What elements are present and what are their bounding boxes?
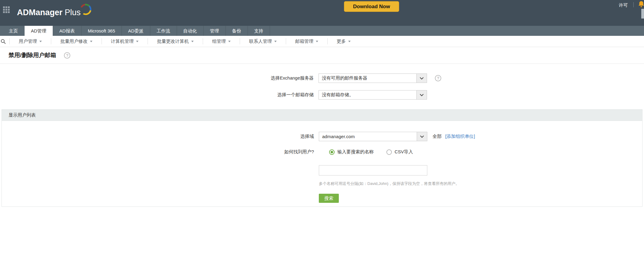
tab-support[interactable]: 支持 (248, 26, 270, 36)
tab-ad-management[interactable]: AD管理 (25, 26, 53, 36)
download-now-button[interactable]: Download Now (344, 1, 399, 12)
menu-label: 计算机管理 (111, 39, 134, 44)
menu-bulk-user-modification[interactable]: 批量用户修改 (51, 38, 102, 44)
domain-value: admanager.com (319, 134, 355, 139)
tab-ad-delegation[interactable]: AD委派 (122, 26, 150, 36)
menu-label: 用户管理 (19, 39, 37, 44)
exchange-server-value: 没有可用的邮件服务器 (319, 75, 367, 81)
chevron-down-icon[interactable] (417, 132, 427, 141)
page-title: 禁用/删除用户邮箱 (8, 51, 56, 59)
title-divider (0, 63, 644, 64)
menu-contact-management[interactable]: 联系人管理 (240, 38, 286, 44)
tab-ad-reports[interactable]: AD报表 (53, 26, 82, 36)
menu-group-management[interactable]: 组管理 (203, 38, 240, 44)
scrollbar-thumb[interactable] (641, 9, 644, 19)
radio-enter-names-label[interactable]: 输入要搜索的名称 (337, 149, 374, 155)
chevron-down-icon (316, 41, 318, 42)
domain-row: 选择域 admanager.com 全部 [添加组织单位] (2, 132, 642, 141)
menu-mailbox-management[interactable]: 邮箱管理 (286, 38, 328, 44)
chevron-down-icon (39, 41, 42, 42)
menu-user-management[interactable]: 用户管理 (10, 38, 51, 44)
chevron-down-icon (90, 41, 92, 42)
menu-label: 批量用户修改 (60, 39, 88, 44)
find-users-label: 如何找到用户? (2, 149, 314, 155)
main-tabbar: 主页 AD管理 AD报表 Microsoft 365 AD委派 工作流 自动化 … (0, 26, 644, 36)
search-icon[interactable] (0, 38, 10, 44)
radio-csv-import-label[interactable]: CSV导入 (395, 149, 413, 155)
domain-label: 选择域 (2, 134, 314, 139)
radio-enter-names[interactable] (329, 149, 335, 155)
search-input-row (319, 165, 642, 176)
domain-all-label: 全部 (432, 134, 442, 139)
menu-label: 批量更改计算机 (157, 39, 189, 44)
search-button-row: 搜索 (319, 194, 642, 206)
menu-label: 组管理 (212, 39, 226, 44)
mailbox-store-row: 选择一个邮箱存储 没有邮箱存储。 (0, 90, 644, 100)
search-button[interactable]: 搜索 (319, 194, 339, 203)
chevron-down-icon (228, 41, 231, 42)
apps-grid-icon[interactable] (3, 6, 10, 13)
app-logo-light (62, 8, 65, 17)
tab-home[interactable]: 主页 (2, 26, 25, 36)
mailbox-store-label: 选择一个邮箱存储 (0, 92, 314, 98)
exchange-server-label: 选择Exchange服务器 (0, 75, 314, 81)
tab-automation[interactable]: 自动化 (177, 26, 204, 36)
menu-label: 邮箱管理 (295, 39, 313, 44)
add-ou-link[interactable]: [添加组织单位] (445, 134, 475, 139)
tab-backup[interactable]: 备份 (226, 26, 248, 36)
ad-mgmt-submenu: 用户管理 批量用户修改 计算机管理 批量更改计算机 组管理 联系人管理 邮箱管理… (0, 36, 644, 47)
app-header: ADManager Plus Download Now 许可 (0, 0, 644, 26)
menu-label: 更多 (337, 39, 346, 44)
exchange-help-icon[interactable]: ? (435, 75, 441, 81)
license-link[interactable]: 许可 (619, 2, 628, 8)
logo-swoosh-icon (79, 2, 93, 16)
menu-label: 联系人管理 (249, 39, 272, 44)
mailbox-store-value: 没有邮箱存储。 (319, 92, 354, 98)
chevron-down-icon (348, 41, 351, 42)
tab-admin[interactable]: 管理 (204, 26, 226, 36)
find-users-radio-group: 输入要搜索的名称 CSV导入 (329, 149, 413, 155)
domain-select[interactable]: admanager.com (319, 132, 427, 141)
menu-more[interactable]: 更多 (328, 38, 360, 44)
app-logo-plus: Plus (65, 8, 81, 17)
helper-text: 多个名称可用逗号分隔(如：David,John)，保持该字段为空，将查看所有的用… (319, 181, 642, 186)
chevron-down-icon (274, 41, 277, 42)
page-help-icon[interactable]: ? (64, 52, 70, 59)
mailbox-store-select[interactable]: 没有邮箱存储。 (319, 90, 427, 100)
chevron-down-icon (191, 41, 194, 42)
app-logo: ADManager Plus (17, 8, 81, 17)
menu-computer-management[interactable]: 计算机管理 (102, 38, 148, 44)
header-divider (633, 2, 634, 7)
notification-bell-icon[interactable] (637, 0, 644, 8)
chevron-down-icon (136, 41, 138, 42)
menu-bulk-computer-modification[interactable]: 批量更改计算机 (148, 38, 203, 44)
section-header: 显示用户列表 (2, 110, 642, 121)
tab-workflow[interactable]: 工作流 (150, 26, 177, 36)
display-user-list-section: 显示用户列表 选择域 admanager.com 全部 [添加组织单位] 如何找… (2, 109, 642, 207)
names-search-input[interactable] (319, 165, 427, 176)
find-users-row: 如何找到用户? 输入要搜索的名称 CSV导入 (2, 149, 642, 155)
app-logo-bold: ADManager (17, 8, 62, 17)
exchange-server-row: 选择Exchange服务器 没有可用的邮件服务器 ? (0, 73, 644, 83)
tab-microsoft-365[interactable]: Microsoft 365 (82, 26, 122, 36)
chevron-down-icon[interactable] (416, 90, 427, 99)
chevron-down-icon[interactable] (416, 74, 427, 83)
exchange-server-select[interactable]: 没有可用的邮件服务器 (319, 73, 427, 83)
radio-csv-import[interactable] (386, 149, 392, 155)
